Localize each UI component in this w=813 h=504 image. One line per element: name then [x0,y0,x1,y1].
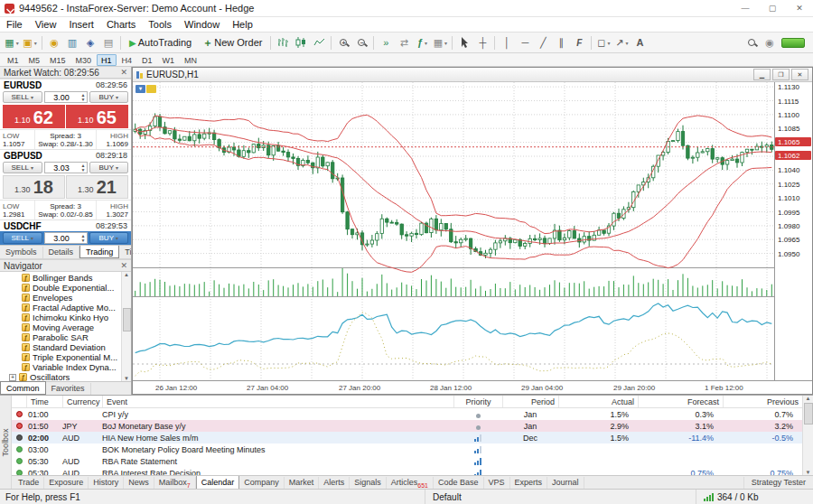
crosshair-button[interactable]: ┼ [473,34,491,51]
tab-journal[interactable]: Journal [547,477,584,489]
tf-w1[interactable]: W1 [158,54,180,66]
tab-strategy-tester[interactable]: Strategy Tester [743,477,813,489]
tf-m1[interactable]: M1 [3,54,23,66]
channel-button[interactable]: ∥ [552,34,570,51]
tab-news[interactable]: News [124,477,154,489]
menu-tools[interactable]: Tools [142,19,178,30]
col-forecast[interactable]: Forecast [638,396,723,407]
volume-stepper[interactable]: 3.00▲▼ [44,232,88,244]
tab-common[interactable]: Common [0,381,46,395]
tab-ticks[interactable]: Ticks [119,247,131,258]
candle-chart-button[interactable] [292,34,310,51]
tab-company[interactable]: Company [239,477,285,489]
market-watch-button[interactable]: ◉ [45,34,63,51]
calendar-row[interactable]: 05:30 AUD RBA Interest Rate Decision 0.7… [12,467,802,475]
tree-item-oscillators[interactable]: +ƒOscillators [0,372,121,381]
toolbox-side-caption[interactable]: Toolbox [0,396,12,489]
tab-details[interactable]: Details [43,247,80,258]
data-window-button[interactable]: ▥ [63,34,81,51]
sell-button[interactable]: SELL▾ [3,162,42,173]
tree-item-double-exponential[interactable]: ƒDouble Exponential... [0,283,121,293]
zoom-out-button[interactable]: − [352,34,370,51]
menu-help[interactable]: Help [226,19,259,30]
zoom-in-button[interactable]: + [334,34,352,51]
tree-item-moving-average[interactable]: ƒMoving Average [0,322,121,332]
tab-trade[interactable]: Trade [14,477,44,489]
buy-button[interactable]: BUY▾ [89,91,129,103]
tab-code-base[interactable]: Code Base [434,477,484,489]
navigator-button[interactable]: ◈ [81,34,99,51]
symbol-row[interactable]: EURUSD 08:29:56 [0,79,131,90]
tree-item-variable-index[interactable]: ƒVariable Index Dyna... [0,362,121,372]
chart-title-bar[interactable]: EURUSD,H1 ▁ ❐ ✕ [133,68,812,82]
scrollbar-thumb[interactable] [123,308,131,331]
time-axis[interactable]: 26 Jan 12:0027 Jan 04:0027 Jan 20:0028 J… [133,380,812,394]
tf-m30[interactable]: M30 [71,54,97,66]
calendar-row[interactable]: 03:00 BOK Monetary Policy Board Meeting … [12,443,802,455]
tab-articles[interactable]: Articles651 [387,477,434,489]
cursor-button[interactable] [455,34,473,51]
horizontal-line-button[interactable]: ─ [516,34,534,51]
autotrading-button[interactable]: ▶AutoTrading [124,34,197,51]
col-actual[interactable]: Actual [558,396,638,407]
tab-exposure[interactable]: Exposure [44,477,89,489]
tab-trading[interactable]: Trading [79,245,119,258]
sell-button[interactable]: SELL▾ [3,232,42,244]
arrows-button[interactable]: ↗▾ [612,34,631,51]
tab-mailbox[interactable]: Mailbox7 [154,477,196,489]
navigator-close-icon[interactable]: ✕ [120,262,127,270]
tab-experts[interactable]: Experts [510,477,548,489]
bar-chart-button[interactable] [274,34,292,51]
menu-window[interactable]: Window [178,19,226,30]
trendline-button[interactable]: ╱ [534,34,552,51]
tab-vps[interactable]: VPS [484,477,510,489]
tf-m5[interactable]: M5 [24,54,45,66]
sell-price-button[interactable]: 1.1062 [3,105,65,128]
menu-file[interactable]: File [0,19,29,30]
tf-d1[interactable]: D1 [137,54,157,66]
menu-view[interactable]: View [29,19,63,30]
col-event[interactable]: Event [102,396,453,407]
calendar-row[interactable]: 05:30 AUD RBA Rate Statement [12,455,802,467]
tree-item-envelopes[interactable]: ƒEnvelopes [0,293,121,303]
tf-mn[interactable]: MN [180,54,201,66]
col-period[interactable]: Period [502,396,558,407]
tree-item-triple-exponential[interactable]: ƒTriple Exponential M... [0,352,121,362]
line-chart-button[interactable] [310,34,328,51]
chart-minimize-button[interactable]: ▁ [753,69,771,80]
col-currency[interactable]: Currency [62,396,102,407]
tab-symbols[interactable]: Symbols [0,247,43,258]
symbol-row[interactable]: GBPUSD 08:29:18 [0,149,131,161]
tree-item-parabolic-sar[interactable]: ƒParabolic SAR [0,332,121,342]
chart-close-button[interactable]: ✕ [791,69,808,80]
buy-price-button[interactable]: 1.1065 [66,105,128,128]
tab-history[interactable]: History [89,477,124,489]
volume-stepper[interactable]: 3.00▲▼ [44,91,88,103]
chart-restore-button[interactable]: ❐ [772,69,790,80]
tree-item-ichimoku[interactable]: ƒIchimoku Kinko Hyo [0,313,121,322]
tab-calendar[interactable]: Calendar [196,475,240,489]
tree-item-bollinger-bands[interactable]: ƒBollinger Bands [0,273,121,283]
col-time[interactable]: Time [26,396,62,407]
symbol-row[interactable]: USDCHF 08:29:53 [0,219,131,231]
tf-m15[interactable]: M15 [45,54,70,66]
chart-canvas[interactable] [133,82,774,380]
col-priority[interactable]: Priority [453,396,502,407]
market-watch-close-icon[interactable]: ✕ [120,69,127,77]
tab-market[interactable]: Market [285,477,320,489]
status-profile[interactable]: Default [425,490,696,504]
community-button[interactable]: ◉ [761,34,779,51]
one-click-trading-toggle[interactable]: ▾ [136,85,156,93]
text-label-button[interactable]: A [631,34,649,51]
auto-scroll-button[interactable]: » [377,34,395,51]
sell-button[interactable]: SELL▾ [3,91,42,103]
calendar-row[interactable]: 02:00 AUD HIA New Home Sales m/m Dec 1.5… [12,432,802,443]
timeframes-button[interactable]: ▦▾ [431,34,449,51]
new-order-button[interactable]: ＋New Order [197,34,267,51]
price-axis[interactable]: 1.11301.11151.11001.10851.10701.10551.10… [774,82,812,380]
new-chart-button[interactable]: ▦▾ [3,34,21,51]
calendar-scrollbar[interactable]: ▲▼ [802,396,813,475]
profiles-button[interactable]: ▣▾ [21,34,39,51]
tab-alerts[interactable]: Alerts [319,477,350,489]
vertical-line-button[interactable]: │ [498,34,516,51]
